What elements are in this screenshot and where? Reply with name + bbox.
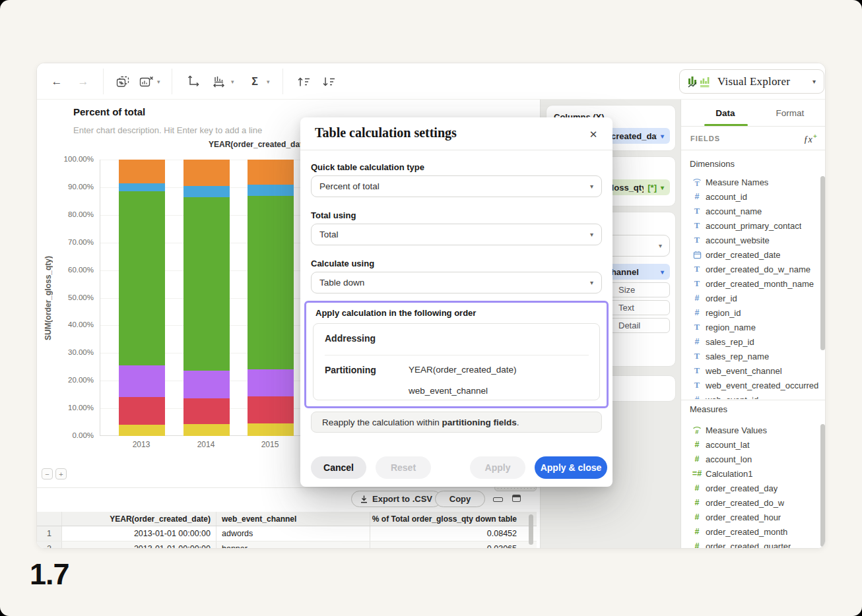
chevron-down-icon[interactable]: ▾ xyxy=(157,78,160,85)
table-row[interactable]: 12013-01-01 00:00:00adwords0.08452 xyxy=(37,526,537,541)
zoom-in-button[interactable]: + xyxy=(55,468,67,479)
dimensions-scrollbar[interactable] xyxy=(820,176,825,350)
export-csv-button[interactable]: Export to .CSV xyxy=(351,491,442,507)
apply-and-close-button[interactable]: Apply & close xyxy=(535,456,607,479)
forward-button[interactable]: → xyxy=(74,73,92,91)
field-item[interactable]: #order_created_hour xyxy=(681,510,818,524)
back-button[interactable]: ← xyxy=(48,73,66,91)
bar-segment-2013-segment-orange[interactable] xyxy=(119,160,165,183)
bar-segment-2014-segment-purple[interactable] xyxy=(183,371,230,398)
swap-axes-button[interactable] xyxy=(183,73,202,91)
bar-segment-2015-segment-red[interactable] xyxy=(248,396,294,423)
field-item[interactable]: #region_id xyxy=(681,305,818,320)
field-item[interactable]: #web_event_id xyxy=(681,392,818,399)
bar-segment-2015-segment-purple[interactable] xyxy=(248,369,294,396)
chevron-down-icon[interactable]: ▾ xyxy=(231,78,234,85)
field-item[interactable]: #order_created_day xyxy=(681,481,818,495)
visual-explorer-switcher[interactable]: Visual Explorer ▾ xyxy=(679,69,824,94)
field-label: Measure Values xyxy=(706,425,767,435)
bar-segment-2015-segment-blue[interactable] xyxy=(248,185,294,196)
field-item[interactable]: #order_created_month xyxy=(681,524,818,539)
minimize-panel-button[interactable] xyxy=(492,494,504,504)
sort-descending-button[interactable] xyxy=(319,73,338,91)
field-item[interactable]: #sales_rep_id xyxy=(681,334,818,349)
field-item[interactable]: Tregion_name xyxy=(681,320,818,334)
bar-segment-2014-segment-red[interactable] xyxy=(183,398,230,424)
maximize-panel-button[interactable] xyxy=(510,494,522,504)
number-icon: # xyxy=(690,337,704,346)
modal-header: Table calculation settings ✕ xyxy=(300,117,613,150)
close-button[interactable]: ✕ xyxy=(586,127,601,142)
measures-scrollbar[interactable] xyxy=(820,424,825,547)
table-row[interactable]: 22013-01-01 00:00:00banner0.03065 xyxy=(37,541,537,549)
duplicate-button[interactable] xyxy=(114,73,132,91)
number-icon: # xyxy=(690,454,704,464)
addressing-label: Addressing xyxy=(325,333,376,344)
field-item[interactable]: #order_created_do_w xyxy=(681,495,818,510)
cancel-button[interactable]: Cancel xyxy=(311,456,366,479)
table-scrollbar[interactable] xyxy=(529,514,533,545)
bar-segment-2014-segment-blue[interactable] xyxy=(183,186,230,197)
minimize-icon xyxy=(493,497,503,502)
reset-button[interactable]: Reset xyxy=(376,456,431,479)
field-item[interactable]: #order_id xyxy=(681,291,818,305)
bar-segment-2013-segment-blue[interactable] xyxy=(119,183,165,192)
field-item[interactable]: Torder_created_do_w_name xyxy=(681,262,818,276)
bar-segment-2013-segment-green[interactable] xyxy=(119,191,165,365)
tab-format[interactable]: Format xyxy=(760,100,820,126)
total-using-select[interactable]: Total ▾ xyxy=(311,224,602,245)
field-item[interactable]: #account_lon xyxy=(681,452,818,466)
section-divider xyxy=(681,400,826,400)
fields-title: FIELDS xyxy=(690,135,804,142)
add-calculation-icon[interactable]: ƒx+ xyxy=(804,132,818,145)
bar-segment-2014-segment-yellow[interactable] xyxy=(183,424,230,436)
field-label: account_website xyxy=(706,235,770,245)
table-cell: 2013-01-01 00:00:00 xyxy=(62,526,216,541)
number-icon: # xyxy=(690,483,704,493)
field-item[interactable]: #order_created_quarter xyxy=(681,539,818,549)
bar-segment-2013-segment-red[interactable] xyxy=(119,397,165,425)
bar-segment-2014-segment-orange[interactable] xyxy=(183,160,230,186)
field-item[interactable]: Tweb_event_channel xyxy=(681,363,818,378)
field-item[interactable]: Taccount_primary_contact xyxy=(681,218,818,233)
x-tick-label: 2015 xyxy=(247,440,293,449)
field-item[interactable]: TMeasure Names xyxy=(681,175,818,189)
y-tick-label: 50.00% xyxy=(37,293,94,301)
chevron-down-icon[interactable]: ▾ xyxy=(661,268,664,276)
bar-segment-2015-segment-yellow[interactable] xyxy=(248,423,294,436)
zoom-out-button[interactable]: − xyxy=(42,468,53,479)
field-item[interactable]: Torder_created_month_name xyxy=(681,276,818,291)
field-item[interactable]: order_created_date xyxy=(681,247,818,262)
chevron-down-icon[interactable]: ▾ xyxy=(661,133,664,140)
sort-ascending-button[interactable] xyxy=(294,73,313,91)
chevron-down-icon[interactable]: ▾ xyxy=(661,184,664,191)
bar-segment-2015-segment-orange[interactable] xyxy=(248,160,294,185)
field-item[interactable]: #Measure Values xyxy=(681,423,818,437)
apply-button[interactable]: Apply xyxy=(470,456,525,479)
sort-descending-icon xyxy=(321,77,336,87)
bar-segment-2014-segment-green[interactable] xyxy=(183,197,230,370)
calc-type-select[interactable]: Percent of total ▾ xyxy=(311,175,602,197)
bar-segment-2015-segment-green[interactable] xyxy=(248,196,294,370)
chevron-down-icon[interactable]: ▾ xyxy=(267,78,270,85)
chart-type-button[interactable] xyxy=(210,73,228,91)
field-item[interactable]: Tweb_event_created_occurred... xyxy=(681,378,818,392)
chart-title[interactable]: Percent of total xyxy=(73,106,145,117)
field-item[interactable]: Taccount_website xyxy=(681,233,818,247)
svg-text:#: # xyxy=(695,428,699,435)
field-item[interactable]: #account_id xyxy=(681,189,818,204)
copy-button[interactable]: Copy xyxy=(435,491,485,507)
chevron-down-icon: ▾ xyxy=(590,231,593,238)
field-item[interactable]: #account_lat xyxy=(681,437,818,452)
bar-segment-2013-segment-yellow[interactable] xyxy=(119,425,165,436)
chart-description-placeholder[interactable]: Enter chart description. Hit Enter key t… xyxy=(73,125,262,135)
bar-segment-2013-segment-purple[interactable] xyxy=(119,365,165,397)
remove-chart-button[interactable] xyxy=(137,73,156,91)
tab-data[interactable]: Data xyxy=(696,100,755,126)
field-item[interactable]: =#Calculation1 xyxy=(681,466,818,481)
aggregate-button[interactable]: Σ xyxy=(246,73,264,91)
field-item[interactable]: Taccount_name xyxy=(681,204,818,218)
calculate-using-select[interactable]: Table down ▾ xyxy=(311,272,602,293)
field-item[interactable]: Tsales_rep_name xyxy=(681,349,818,363)
table-cell: 2013-01-01 00:00:00 xyxy=(62,541,216,549)
